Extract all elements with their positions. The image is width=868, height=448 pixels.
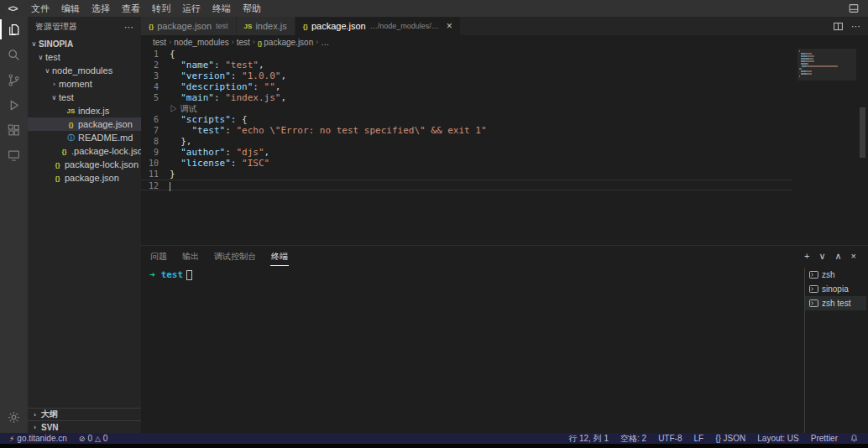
terminal-dropdown-icon[interactable]: ∨ (818, 251, 825, 262)
status-encoding[interactable]: UTF-8 (654, 433, 686, 444)
sidebar-more-icon[interactable]: ⋯ (124, 22, 133, 33)
tab-package-json[interactable]: {}package.jsontest (141, 17, 237, 35)
sidebar-section-svn[interactable]: ›SVN (28, 420, 141, 433)
breadcrumb-item[interactable]: test (153, 38, 166, 47)
extensions-icon[interactable] (0, 117, 28, 143)
menu-item[interactable]: 文件 (25, 0, 55, 17)
settings-gear-icon[interactable] (0, 404, 28, 430)
panel-tab-item[interactable]: 问题 (149, 247, 168, 266)
notifications-bell-icon[interactable] (845, 433, 863, 444)
menu-item[interactable]: 终端 (207, 0, 237, 17)
breadcrumb-item[interactable]: test (237, 38, 250, 47)
line-number: 12 (141, 180, 170, 190)
menu-item[interactable]: 运行 (176, 0, 207, 17)
tree-item-moment[interactable]: ›moment (28, 77, 141, 91)
run-debug-icon[interactable] (0, 92, 28, 117)
codelens-debug[interactable]: ▷ 调试 (170, 103, 197, 114)
code-token: "author" (180, 147, 225, 158)
code-line-3[interactable]: 3 "version": "1.0.0", (141, 70, 792, 81)
tree-item-package-lock-json[interactable]: {}.package-lock.json (28, 144, 141, 158)
code-token (170, 125, 192, 136)
tab-index-js[interactable]: JSindex.js (237, 17, 295, 35)
breadcrumb-item[interactable]: node_modules (174, 38, 229, 47)
errors-count: 0 (87, 434, 92, 443)
problems-status[interactable]: ⊘ 0 △ 0 (75, 433, 112, 444)
code-token: "test" (192, 125, 226, 136)
code-token: , (280, 92, 286, 103)
editor-more-icon[interactable]: ⋯ (851, 21, 860, 32)
code-line-5[interactable]: 5 "main": "index.js", (141, 92, 792, 103)
tree-item-node-modules[interactable]: ∨node_modules (28, 64, 141, 77)
warnings-icon: △ (95, 435, 101, 443)
split-editor-icon[interactable] (833, 21, 844, 32)
code-line-6[interactable]: 6 "scripts": { (141, 114, 792, 125)
code-token: "name" (180, 60, 214, 70)
line-number: 6 (141, 114, 170, 125)
code-token (170, 92, 180, 103)
status-keyboard-layout[interactable]: Layout: US (753, 433, 803, 444)
panel-tab-item[interactable]: 终端 (270, 247, 289, 266)
status-language-mode[interactable]: {} JSON (711, 433, 750, 444)
code-line-9[interactable]: 9 "author": "djs", (141, 147, 792, 158)
code-line-10[interactable]: 10 "license": "ISC" (141, 158, 792, 169)
tree-item-sinopia[interactable]: ∨SINOPIA (28, 37, 141, 50)
code-line-2[interactable]: 2 "name": "test", (141, 60, 792, 70)
breadcrumb-item[interactable]: {}package.json (258, 38, 313, 47)
remote-explorer-icon[interactable] (0, 143, 28, 168)
code-token: "1.0.0" (242, 70, 280, 81)
tree-item-package-lock-json[interactable]: {}package-lock.json (28, 158, 141, 171)
search-icon[interactable] (0, 42, 28, 67)
status-indentation[interactable]: 空格: 2 (616, 433, 651, 444)
tree-item-readme-md[interactable]: ⓘREADME.md (28, 131, 141, 144)
tree-item-test[interactable]: ∨test (28, 50, 141, 64)
tab-close-icon[interactable]: × (447, 21, 452, 31)
status-eol[interactable]: LF (689, 433, 708, 444)
code-line-4[interactable]: 4 "description": "", (141, 81, 792, 92)
line-number: 3 (141, 70, 170, 81)
tree-item-test[interactable]: ∨test (28, 91, 141, 104)
menu-item[interactable]: 帮助 (237, 0, 267, 17)
terminal-instance-zsh[interactable]: zsh (805, 268, 866, 282)
code-token: : (225, 147, 236, 158)
terminal[interactable]: ➜ test (149, 269, 799, 433)
explorer-icon[interactable] (0, 17, 28, 42)
tree-item-label: test (45, 52, 60, 62)
tree-item-index-js[interactable]: JSindex.js (28, 104, 141, 117)
remote-indicator[interactable]: ⚡ go.titanide.cn (5, 433, 71, 444)
minimap-slider[interactable] (797, 49, 856, 81)
code-line-12[interactable]: 12 (141, 180, 792, 190)
breadcrumb-label: package.json (264, 38, 313, 47)
code-line-11[interactable]: 11} (141, 169, 792, 180)
menu-item[interactable]: 编辑 (55, 0, 86, 17)
maximize-panel-icon[interactable]: ∧ (835, 251, 842, 262)
code-token: "" (264, 81, 275, 92)
menu-item[interactable]: 选择 (86, 0, 116, 17)
status-prettier[interactable]: Prettier (807, 433, 842, 444)
status-cursor-position[interactable]: 行 12, 列 1 (564, 433, 613, 444)
sidebar-section-outline[interactable]: ›大纲 (28, 408, 141, 420)
source-control-icon[interactable] (0, 67, 28, 92)
code-line-8[interactable]: 8 }, (141, 136, 792, 147)
panel-tab-item[interactable]: 输出 (181, 247, 200, 266)
tree-item-package-json[interactable]: {}package.json (28, 171, 141, 185)
layout-toggle-icon[interactable] (848, 3, 860, 14)
code-area[interactable]: 1{2 "name": "test",3 "version": "1.0.0",… (141, 49, 792, 245)
new-terminal-icon[interactable]: + (804, 251, 809, 261)
panel-tab-item[interactable]: 调试控制台 (213, 247, 257, 266)
line-number: 9 (141, 147, 170, 158)
tree-item-package-json[interactable]: {}package.json (28, 117, 141, 131)
minimap[interactable] (799, 50, 855, 151)
menu-item[interactable]: 查看 (116, 0, 146, 17)
code-line-1[interactable]: 1{ (141, 49, 792, 60)
code-line-7[interactable]: 7 "test": "echo \"Error: no test specifi… (141, 125, 792, 136)
editor-scrollbar[interactable] (857, 49, 868, 245)
terminal-instance-sinopia[interactable]: sinopia (805, 282, 866, 296)
breadcrumb-separator-icon: › (166, 38, 174, 46)
close-panel-icon[interactable]: × (851, 251, 856, 261)
scrollbar-thumb[interactable] (860, 107, 865, 158)
terminal-instance-zsh-test[interactable]: zsh test (805, 296, 866, 310)
breadcrumb-item[interactable]: … (321, 38, 329, 47)
section-label: SVN (41, 423, 59, 432)
tab-package-json[interactable]: {}package.json…/node_modules/…× (295, 17, 461, 35)
menu-item[interactable]: 转到 (146, 0, 176, 17)
